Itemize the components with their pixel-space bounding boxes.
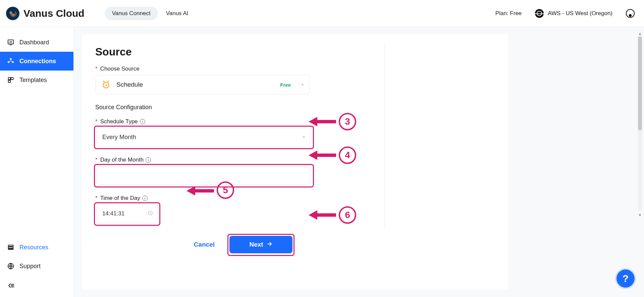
- clock-icon: [147, 210, 153, 218]
- region-text: AWS - US West (Oregon): [548, 10, 612, 17]
- svg-rect-9: [8, 249, 13, 250]
- schedule-type-select[interactable]: Every Month ▾: [97, 128, 310, 146]
- info-icon[interactable]: i: [140, 119, 145, 124]
- scroll-down-arrow[interactable]: ▼: [638, 213, 642, 218]
- dashboard-icon: [7, 38, 15, 46]
- time-of-day-label: *Time of the Day i: [95, 195, 377, 202]
- svg-rect-5: [11, 78, 13, 80]
- schedule-type-value: Every Month: [102, 134, 136, 141]
- connections-icon: [7, 57, 15, 65]
- panel-divider: [384, 44, 385, 228]
- templates-icon: [7, 76, 15, 84]
- time-of-day-input[interactable]: 14:41:31: [97, 204, 158, 223]
- support-icon: [7, 262, 15, 270]
- collapse-icon: [7, 282, 15, 290]
- choose-source-select[interactable]: Schedule Free ▾: [95, 75, 310, 94]
- region-select[interactable]: AWS - US West (Oregon): [535, 9, 612, 18]
- account-menu[interactable]: [626, 9, 635, 18]
- scrollbar-thumb[interactable]: [638, 36, 642, 130]
- brand-name: Vanus Cloud: [23, 8, 85, 19]
- svg-rect-4: [8, 78, 10, 80]
- sidebar-item-label: Dashboard: [19, 39, 49, 46]
- source-config-heading: Source Configuration: [95, 104, 377, 111]
- svg-rect-8: [8, 247, 13, 248]
- svg-rect-6: [8, 80, 10, 82]
- svg-rect-7: [8, 245, 13, 247]
- sidebar-item-templates[interactable]: Templates: [0, 71, 73, 89]
- globe-icon: [535, 9, 544, 18]
- schedule-icon: [101, 80, 111, 90]
- sidebar-item-resources[interactable]: Resources: [0, 238, 73, 257]
- plan-label: Plan: Free: [495, 10, 522, 17]
- next-button[interactable]: Next: [229, 236, 292, 253]
- time-value: 14:41:31: [102, 210, 124, 217]
- free-badge: Free: [280, 82, 291, 88]
- form-panel: Source *Choose Source Schedule Free ▾ So…: [82, 34, 508, 290]
- choose-source-label: *Choose Source: [95, 66, 377, 72]
- brand[interactable]: 🦦 Vanus Cloud: [6, 7, 85, 20]
- chevron-down-icon: ▾: [302, 82, 304, 87]
- sidebar-item-label: Resources: [19, 244, 48, 251]
- chevron-down-icon: ▾: [303, 135, 305, 139]
- nav-connect[interactable]: Vanus Connect: [105, 7, 158, 20]
- header: 🦦 Vanus Cloud Vanus Connect Vanus AI Pla…: [0, 0, 644, 27]
- source-name: Schedule: [116, 81, 143, 88]
- sidebar-item-label: Support: [19, 263, 41, 270]
- day-of-month-label: *Day of the Month i: [95, 157, 377, 163]
- sidebar: Dashboard Connections Templates Resource…: [0, 27, 74, 297]
- info-icon[interactable]: i: [142, 196, 148, 201]
- day-of-month-input[interactable]: [97, 166, 310, 185]
- cancel-button[interactable]: Cancel: [182, 236, 226, 253]
- sidebar-collapse[interactable]: [0, 275, 73, 297]
- nav-ai[interactable]: Vanus AI: [166, 10, 189, 17]
- sidebar-item-support[interactable]: Support: [0, 257, 73, 275]
- sidebar-item-dashboard[interactable]: Dashboard: [0, 33, 73, 52]
- schedule-type-label: *Schedule Type i: [95, 118, 377, 125]
- sidebar-item-connections[interactable]: Connections: [0, 52, 73, 71]
- content-area: Source *Choose Source Schedule Free ▾ So…: [74, 27, 644, 297]
- info-icon[interactable]: i: [146, 157, 151, 163]
- svg-point-1: [10, 58, 11, 60]
- scrollbar[interactable]: [638, 36, 642, 211]
- scroll-up-arrow[interactable]: ▲: [638, 32, 642, 36]
- next-label: Next: [249, 241, 263, 248]
- help-button[interactable]: ?: [616, 269, 635, 288]
- sidebar-item-label: Connections: [19, 58, 56, 65]
- sidebar-item-label: Templates: [19, 77, 47, 84]
- resources-icon: [7, 243, 15, 251]
- arrow-right-icon: [266, 241, 273, 249]
- brand-logo-icon: 🦦: [6, 7, 19, 20]
- page-title: Source: [95, 46, 508, 58]
